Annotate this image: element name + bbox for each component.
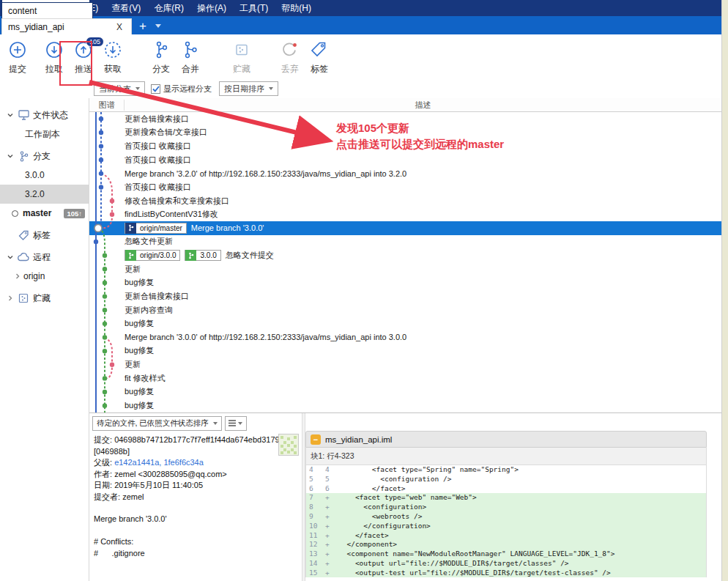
new-line-number: + bbox=[322, 531, 338, 541]
current-branch-label: 当前分支 bbox=[99, 84, 131, 95]
sidebar-item-remotes[interactable]: 远程 bbox=[0, 248, 89, 267]
branch-button[interactable]: 分支 bbox=[146, 39, 176, 79]
menu-item-5[interactable]: 工具(T) bbox=[233, 3, 275, 13]
diff-line: 10+ </configuration> bbox=[306, 522, 706, 531]
branch-label-3.0.0: 3.0.0 bbox=[185, 250, 220, 261]
commit-row[interactable]: 更新 bbox=[89, 358, 721, 371]
show-remote-checkbox[interactable] bbox=[151, 84, 160, 94]
diff-line: 11+ </facet> bbox=[306, 531, 706, 541]
chevron-down-icon bbox=[135, 87, 140, 90]
chevron-right-icon[interactable] bbox=[6, 295, 15, 301]
toolbar: 提交拉取105推送获取分支合并贮藏丢弃标签 bbox=[0, 34, 721, 79]
fetch-button-label: 获取 bbox=[104, 63, 122, 75]
commit-details: 提交: 046988b74712b177c7f7eff1f44da674ebd3… bbox=[89, 432, 302, 559]
commit-message-body: Merge branch '3.0.0' # Conflicts: # .git… bbox=[94, 514, 297, 559]
new-line-number: 6 bbox=[322, 484, 338, 494]
current-branch-icon bbox=[12, 210, 18, 217]
tab-bar: admincontentms_yidian_apiX + bbox=[0, 16, 721, 34]
commit-row[interactable]: bug修复 bbox=[89, 317, 721, 330]
detail-label: 作者: bbox=[94, 470, 114, 478]
detail-field: 日期: 2019年5月10日 11:40:05 bbox=[94, 480, 297, 492]
commit-row[interactable]: findListByContentV31修改 bbox=[89, 207, 721, 221]
commit-detail-panel: 待定的文件, 已依照文件状态排序 提交: 046988b74712b177c7f… bbox=[89, 413, 302, 581]
main-panel: 图谱 描述 更新合辑搜索接口更新搜索合辑/文章接口首页接口 收藏接口首页接口 收… bbox=[89, 98, 721, 581]
old-line-number: 10 bbox=[306, 522, 322, 531]
detail-label: 提交者: bbox=[94, 492, 122, 501]
annotation-text: 发现105个更新 点击推送可以提交到远程的master bbox=[336, 120, 504, 152]
sidebar-item-label: master bbox=[23, 208, 51, 218]
tab-list-caret-icon[interactable] bbox=[155, 24, 161, 28]
close-tab-icon[interactable]: X bbox=[114, 22, 125, 32]
sort-order-dropdown[interactable]: 按日期排序 bbox=[219, 81, 278, 96]
sidebar-item-label: 远程 bbox=[33, 251, 51, 264]
sidebar-item-tags[interactable]: 标签 bbox=[0, 226, 89, 245]
list-options-button[interactable] bbox=[225, 416, 247, 431]
sidebar-item-remote-origin[interactable]: origin bbox=[0, 267, 89, 286]
commit-row-selected[interactable]: origin/masterMerge branch '3.0.0' bbox=[89, 221, 721, 235]
add-tab-icon[interactable]: + bbox=[139, 20, 146, 32]
commit-row[interactable]: 更新合辑搜索接口 bbox=[89, 289, 721, 303]
chevron-right-icon[interactable] bbox=[13, 273, 22, 279]
commit-row[interactable]: 修改合辑搜索和文章搜索接口 bbox=[89, 194, 721, 208]
parent-commit-links[interactable]: e142a1441a, 1fe6f6c34a bbox=[114, 458, 204, 467]
repo-tab-ms_yidian_api[interactable]: ms_yidian_apiX bbox=[1, 18, 132, 34]
commit-row[interactable]: origin/3.0.03.0.0忽略文件提交 bbox=[89, 248, 721, 262]
commit-row[interactable]: Merge branch '3.0.0' of http://192.168.2… bbox=[89, 330, 721, 344]
detail-value: zemel <3002885095@qq.com> bbox=[114, 470, 227, 478]
commit-row[interactable]: 忽略文件更新 bbox=[89, 235, 721, 249]
commit-row[interactable]: bug修复 bbox=[89, 385, 721, 399]
sidebar-item-branches[interactable]: 分支 bbox=[0, 147, 89, 166]
commit-row[interactable]: 更新内容查询 bbox=[89, 303, 721, 317]
branch-icon bbox=[152, 39, 171, 61]
commit-message: 忽略文件更新 bbox=[125, 236, 173, 247]
repo-tab-content[interactable]: content bbox=[1, 2, 93, 18]
chevron-down-icon[interactable] bbox=[6, 113, 15, 117]
commit-row[interactable]: 首页接口 收藏接口 bbox=[89, 153, 721, 167]
current-branch-dropdown[interactable]: 当前分支 bbox=[94, 81, 145, 96]
commit-row[interactable]: 首页接口 收藏接口 bbox=[89, 180, 721, 194]
commit-message: findListByContentV31修改 bbox=[125, 209, 218, 220]
old-line-number: 4 bbox=[306, 465, 322, 475]
diff-file-header[interactable]: − ms_yidian_api.iml bbox=[305, 431, 707, 448]
menu-item-3[interactable]: 仓库(R) bbox=[147, 3, 190, 13]
commit-row[interactable]: Merge branch '3.2.0' of http://192.168.2… bbox=[89, 167, 721, 181]
detail-field: 作者: zemel <3002885095@qq.com> bbox=[94, 469, 297, 481]
menu-item-4[interactable]: 操作(A) bbox=[190, 3, 233, 13]
diff-line: 13+ <component name="NewModuleRootManage… bbox=[306, 549, 706, 559]
sidebar-item-label: 分支 bbox=[33, 150, 51, 163]
commit-row[interactable]: 更新 bbox=[89, 262, 721, 276]
sidebar-item-branch-master[interactable]: master105↑ bbox=[0, 204, 89, 223]
commit-row[interactable]: bug修复 bbox=[89, 399, 721, 412]
merge-button[interactable]: 合并 bbox=[176, 39, 205, 79]
stash-button[interactable]: 贮藏 bbox=[227, 39, 256, 79]
fetch-button[interactable]: 获取 bbox=[98, 39, 127, 79]
sidebar-item-stashes[interactable]: 贮藏 bbox=[0, 289, 89, 308]
sidebar-item-label: 3.0.0 bbox=[25, 170, 45, 180]
sidebar-item-branch-3-2-0[interactable]: 3.2.0 bbox=[0, 185, 89, 204]
commit-row[interactable]: bug修复 bbox=[89, 276, 721, 290]
desktop-background-strip bbox=[722, 0, 728, 581]
menu-item-6[interactable]: 帮助(H) bbox=[275, 3, 318, 13]
tag-button-label: 标签 bbox=[311, 63, 328, 75]
discard-button[interactable]: 丢弃 bbox=[275, 39, 305, 79]
diff-line-text: </component> bbox=[338, 540, 706, 549]
commit-row[interactable]: fit 修改样式 bbox=[89, 371, 721, 385]
chevron-down-icon[interactable] bbox=[6, 154, 15, 158]
sidebar-item-file-status[interactable]: 文件状态 bbox=[0, 106, 89, 125]
pending-files-dropdown[interactable]: 待定的文件, 已依照文件状态排序 bbox=[92, 416, 222, 431]
chevron-down-icon[interactable] bbox=[6, 255, 15, 259]
commit-button[interactable]: 提交 bbox=[3, 39, 32, 79]
show-remote-checkbox-wrap[interactable]: 显示远程分支 bbox=[151, 84, 212, 95]
commit-message: 首页接口 收藏接口 bbox=[125, 155, 191, 166]
commit-row[interactable]: bug修复 bbox=[89, 344, 721, 358]
sidebar-item-branch-3-0-0[interactable]: 3.0.0 bbox=[0, 166, 89, 185]
detail-value: 2019年5月10日 11:40:05 bbox=[114, 481, 203, 489]
chevron-down-icon bbox=[238, 422, 242, 425]
check-icon bbox=[152, 86, 160, 92]
branch-label-text: 3.0.0 bbox=[196, 251, 220, 260]
sidebar-item-working-copy[interactable]: 工作副本 bbox=[0, 125, 89, 144]
branch-button-label: 分支 bbox=[152, 63, 170, 75]
monitor-icon bbox=[16, 110, 31, 120]
tag-button[interactable]: 标签 bbox=[305, 39, 334, 79]
branch-label-text: origin/master bbox=[136, 223, 186, 233]
